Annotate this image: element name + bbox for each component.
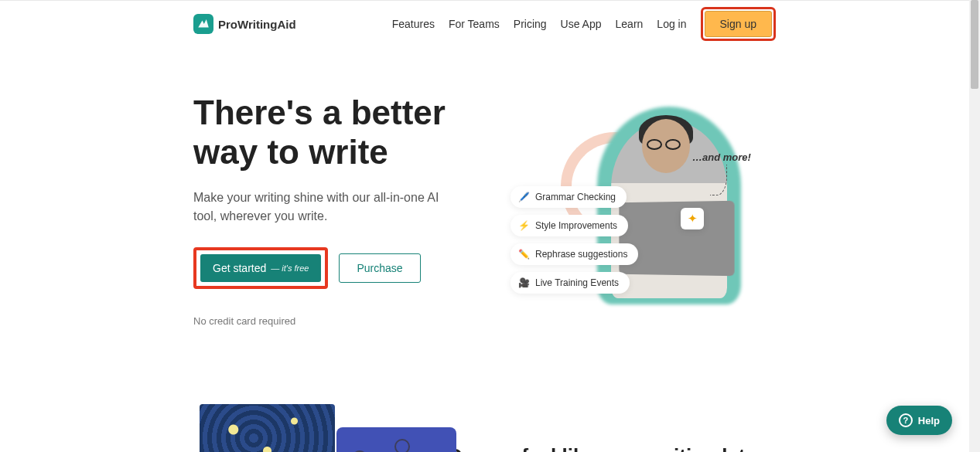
signup-highlight-box: Sign up xyxy=(701,7,776,41)
chip-label: Live Training Events xyxy=(535,277,619,288)
glasses-icon xyxy=(647,139,685,150)
get-started-button[interactable]: Get started — it's free xyxy=(200,254,321,282)
camera-icon: 🎥 xyxy=(518,277,529,288)
hero-copy: There's a better way to write Make your … xyxy=(193,93,480,327)
main-nav: Features For Teams Pricing Use App Learn… xyxy=(392,7,776,41)
get-started-sublabel: — it's free xyxy=(271,263,309,273)
starry-night-icon xyxy=(200,404,335,452)
chip-label: Rephrase suggestions xyxy=(535,249,627,260)
nav-use-app[interactable]: Use App xyxy=(561,18,602,30)
bolt-icon: ⚡ xyxy=(518,220,529,231)
nav-features[interactable]: Features xyxy=(392,18,435,30)
cta-row: Get started — it's free Purchase xyxy=(193,247,480,289)
help-label: Help xyxy=(918,415,940,427)
header: ProWritingAid Features For Teams Pricing… xyxy=(0,1,969,47)
nav-learn[interactable]: Learn xyxy=(616,18,644,30)
help-button[interactable]: ? Help xyxy=(886,406,952,435)
scrollbar[interactable] xyxy=(969,0,980,452)
chip-label: Grammar Checking xyxy=(535,192,616,202)
and-more-label: …and more! xyxy=(692,151,751,163)
help-icon: ? xyxy=(899,413,913,427)
chip-rephrase: ✏️ Rephrase suggestions xyxy=(510,243,638,265)
no-credit-note: No credit card required xyxy=(193,315,480,327)
get-started-label: Get started xyxy=(213,262,266,274)
logo[interactable]: ProWritingAid xyxy=(193,14,296,34)
nav-pricing[interactable]: Pricing xyxy=(514,18,547,30)
brand-name: ProWritingAid xyxy=(218,18,296,31)
hero-headline: There's a better way to write xyxy=(193,93,480,172)
blue-card-icon xyxy=(336,427,456,452)
section-two: Do you feel like your writing lets you d… xyxy=(0,327,969,452)
section2-headline: Do you feel like your writing lets you d… xyxy=(448,444,776,452)
nav-for-teams[interactable]: For Teams xyxy=(449,18,500,30)
scrollbar-thumb[interactable] xyxy=(971,0,978,89)
hero-illustration: …and more! ✦ 🖊️ Grammar Checking ⚡ Style… xyxy=(510,93,776,327)
art-illustration xyxy=(193,404,401,452)
pencil-icon: ✏️ xyxy=(518,249,529,260)
chip-label: Style Improvements xyxy=(535,220,617,231)
chip-training: 🎥 Live Training Events xyxy=(510,272,630,294)
sparkle-icon: ✦ xyxy=(681,208,704,229)
logo-mark-icon xyxy=(193,14,213,34)
nav-login[interactable]: Log in xyxy=(657,18,686,30)
chip-style: ⚡ Style Improvements xyxy=(510,215,628,236)
signup-button[interactable]: Sign up xyxy=(705,11,772,37)
getstarted-highlight-box: Get started — it's free xyxy=(193,247,328,289)
pen-icon: 🖊️ xyxy=(518,192,529,202)
chip-grammar: 🖊️ Grammar Checking xyxy=(510,186,627,208)
feature-chips: 🖊️ Grammar Checking ⚡ Style Improvements… xyxy=(510,186,638,294)
purchase-button[interactable]: Purchase xyxy=(339,253,420,283)
hero-subhead: Make your writing shine with our all-in-… xyxy=(193,189,449,226)
hero-section: There's a better way to write Make your … xyxy=(0,47,969,327)
